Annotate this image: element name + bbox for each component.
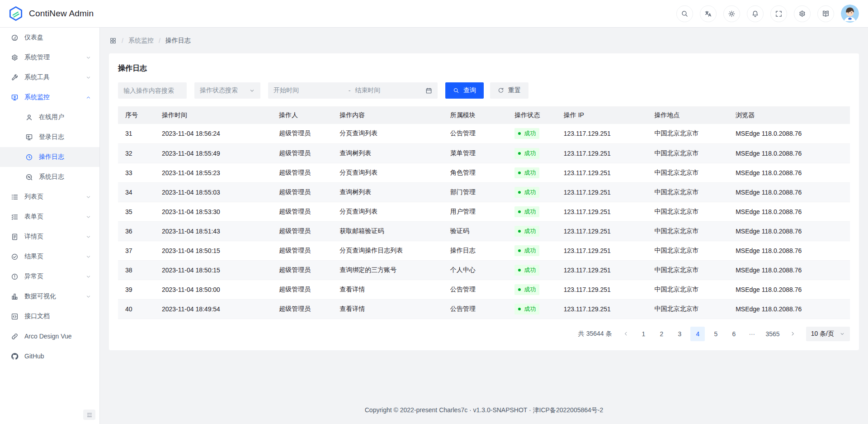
breadcrumb-item-parent[interactable]: 系统监控 bbox=[128, 37, 154, 45]
sidebar-item-online-users[interactable]: 在线用户 bbox=[0, 107, 99, 127]
settings-button[interactable] bbox=[794, 5, 811, 22]
sidebar-item-api-docs[interactable]: 接口文档 bbox=[0, 306, 99, 326]
status-dot-icon bbox=[518, 230, 521, 233]
content-search-field[interactable] bbox=[118, 82, 187, 99]
search-button[interactable]: 查询 bbox=[445, 82, 484, 99]
cell-operator: 超级管理员 bbox=[272, 182, 332, 202]
status-badge: 成功 bbox=[514, 304, 539, 314]
sidebar-item-detail-page[interactable]: 详情页 bbox=[0, 227, 99, 247]
cell-module: 部门管理 bbox=[443, 182, 507, 202]
sidebar-item-form-page[interactable]: 表单页 bbox=[0, 207, 99, 227]
pagination-page-1[interactable]: 1 bbox=[636, 327, 651, 341]
pagination-ellipsis: ⋯ bbox=[745, 327, 759, 341]
cell-module: 公告管理 bbox=[443, 299, 507, 319]
chevron-down-icon bbox=[85, 294, 91, 300]
status-dot-icon bbox=[518, 210, 521, 213]
cell-ip: 123.117.129.251 bbox=[557, 299, 647, 319]
sidebar-item-result-page[interactable]: 结果页 bbox=[0, 247, 99, 267]
sidebar-item-system-tools[interactable]: 系统工具 bbox=[0, 67, 99, 87]
pagination-page-2[interactable]: 2 bbox=[654, 327, 669, 341]
search-icon bbox=[453, 87, 459, 94]
cell-browser: MSEdge 118.0.2088.76 bbox=[728, 124, 850, 143]
cell-operator: 超级管理员 bbox=[272, 299, 332, 319]
reset-button[interactable]: 重置 bbox=[490, 82, 528, 99]
status-badge: 成功 bbox=[514, 148, 539, 159]
content-search-input[interactable] bbox=[123, 87, 181, 94]
cell-browser: MSEdge 118.0.2088.76 bbox=[728, 182, 850, 202]
checklist-icon bbox=[11, 213, 19, 221]
sidebar-item-system-monitor[interactable]: 系统监控 bbox=[0, 87, 99, 107]
sidebar-item-dashboard[interactable]: 仪表盘 bbox=[0, 28, 99, 48]
notification-button[interactable] bbox=[747, 5, 764, 22]
status-select[interactable]: 操作状态搜索 bbox=[194, 82, 260, 99]
sidebar-item-arco-design-vue[interactable]: Arco Design Vue bbox=[0, 326, 99, 346]
range-separator: - bbox=[349, 87, 351, 94]
pagination-page-3[interactable]: 3 bbox=[672, 327, 687, 341]
sidebar-item-system-management[interactable]: 系统管理 bbox=[0, 48, 99, 67]
table-row: 362023-11-04 18:51:43超级管理员获取邮箱验证码验证码成功12… bbox=[118, 221, 850, 241]
cell-operator: 超级管理员 bbox=[272, 124, 332, 143]
sidebar-item-system-log[interactable]: 系统日志 bbox=[0, 167, 99, 187]
bell-icon bbox=[751, 10, 759, 18]
start-time-placeholder[interactable]: 开始时间 bbox=[274, 86, 344, 95]
status-dot-icon bbox=[518, 191, 521, 194]
book-icon bbox=[822, 10, 830, 18]
cell-content: 查询树列表 bbox=[332, 143, 443, 163]
cell-status: 成功 bbox=[507, 280, 556, 299]
cell-ip: 123.117.129.251 bbox=[557, 260, 647, 280]
status-dot-icon bbox=[518, 249, 521, 252]
table-body: 312023-11-04 18:56:24超级管理员分页查询列表公告管理成功12… bbox=[118, 124, 850, 319]
cell-content: 分页查询列表 bbox=[332, 202, 443, 221]
app-logo-icon bbox=[8, 6, 24, 21]
sidebar-item-label: 结果页 bbox=[24, 252, 85, 261]
end-time-placeholder[interactable]: 结束时间 bbox=[355, 86, 425, 95]
cell-location: 中国北京北京市 bbox=[647, 124, 729, 143]
fullscreen-icon bbox=[775, 10, 783, 18]
sidebar-item-exception-page[interactable]: 异常页 bbox=[0, 267, 99, 286]
system-log-icon bbox=[25, 173, 33, 181]
cell-ip: 123.117.129.251 bbox=[557, 143, 647, 163]
sidebar-item-label: 数据可视化 bbox=[24, 292, 85, 300]
cell-browser: MSEdge 118.0.2088.76 bbox=[728, 202, 850, 221]
chevron-up-icon bbox=[85, 95, 91, 100]
search-button[interactable] bbox=[676, 5, 693, 22]
sidebar-item-list-page[interactable]: 列表页 bbox=[0, 187, 99, 207]
page-size-select[interactable]: 10 条/页 bbox=[806, 327, 850, 341]
cell-time: 2023-11-04 18:55:03 bbox=[155, 182, 272, 202]
cell-operator: 超级管理员 bbox=[272, 260, 332, 280]
chevron-down-icon bbox=[249, 88, 255, 94]
refresh-icon bbox=[498, 87, 504, 94]
cell-location: 中国北京北京市 bbox=[647, 299, 729, 319]
user-avatar[interactable] bbox=[841, 5, 859, 23]
cell-ip: 123.117.129.251 bbox=[557, 221, 647, 241]
sidebar-item-data-visualization[interactable]: 数据可视化 bbox=[0, 286, 99, 306]
cell-content: 查询绑定的三方账号 bbox=[332, 260, 443, 280]
docs-button[interactable] bbox=[817, 5, 834, 22]
search-icon bbox=[681, 10, 689, 18]
pagination-next-button[interactable] bbox=[786, 327, 800, 341]
footer-copyright: Copyright © 2022-present Charles7c · v1.… bbox=[100, 399, 868, 424]
sidebar-item-github[interactable]: GitHub bbox=[0, 346, 99, 366]
operation-log-card: 操作日志 操作状态搜索 开始时间 - 结束时间 查询 bbox=[109, 53, 859, 350]
check-circle-icon bbox=[11, 253, 19, 261]
pagination-page-6[interactable]: 6 bbox=[726, 327, 741, 341]
pagination-prev-button[interactable] bbox=[619, 327, 632, 341]
pagination-page-4[interactable]: 4 bbox=[690, 327, 705, 341]
pagination-page-3565[interactable]: 3565 bbox=[763, 327, 782, 341]
theme-button[interactable] bbox=[723, 5, 740, 22]
gear-icon bbox=[11, 54, 19, 62]
sidebar-item-label: 表单页 bbox=[24, 213, 85, 221]
sidebar-collapse-button[interactable] bbox=[83, 410, 95, 420]
cell-content: 分页查询操作日志列表 bbox=[332, 241, 443, 260]
cell-module: 公告管理 bbox=[443, 124, 507, 143]
breadcrumb: / 系统监控 / 操作日志 bbox=[100, 28, 868, 53]
apps-grid-icon[interactable] bbox=[109, 37, 117, 44]
table-row: 332023-11-04 18:55:23超级管理员分页查询列表角色管理成功12… bbox=[118, 163, 850, 182]
date-range-picker[interactable]: 开始时间 - 结束时间 bbox=[268, 82, 438, 99]
fullscreen-button[interactable] bbox=[770, 5, 787, 22]
monitor-icon bbox=[11, 94, 19, 101]
language-button[interactable] bbox=[700, 5, 717, 22]
sidebar-item-operation-log[interactable]: 操作日志 bbox=[0, 147, 99, 167]
sidebar-item-login-log[interactable]: 登录日志 bbox=[0, 127, 99, 147]
pagination-page-5[interactable]: 5 bbox=[708, 327, 723, 341]
